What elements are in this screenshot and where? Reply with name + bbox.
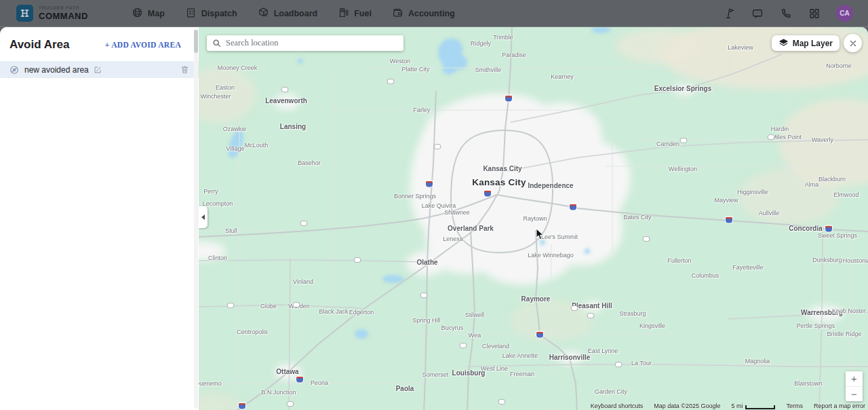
route-shield-icon — [643, 236, 650, 242]
phone-icon[interactable] — [779, 7, 793, 20]
map-globe-icon — [132, 7, 143, 20]
route-shield-icon — [498, 399, 506, 405]
main-nav: Map Dispatch Loadboard Fuel Accounting — [132, 7, 455, 20]
avoid-area-name: new avoided area — [24, 65, 89, 75]
dispatch-clipboard-icon — [185, 7, 197, 20]
route-shield-icon — [615, 362, 623, 367]
route-shield-icon — [434, 144, 441, 149]
accounting-wallet-icon — [392, 7, 403, 20]
route-shield-icon — [227, 303, 235, 308]
nav-label: Map — [148, 9, 165, 18]
edit-icon[interactable] — [94, 66, 102, 74]
interstate-shield-icon — [296, 377, 303, 383]
collapse-panel-button[interactable] — [199, 206, 208, 228]
map-roads — [199, 27, 868, 410]
interstate-shield-icon — [484, 191, 491, 197]
flag-icon[interactable] — [722, 7, 736, 20]
trucker-path-logo-icon — [16, 5, 33, 22]
zoom-control: + − — [846, 371, 863, 401]
zoom-in-button[interactable]: + — [846, 371, 863, 387]
interstate-shield-icon — [426, 181, 433, 187]
zoom-out-button[interactable]: − — [846, 387, 863, 402]
panel-scrollbar[interactable] — [194, 29, 198, 409]
avoid-area-icon — [9, 65, 19, 75]
map-layer-button[interactable]: Map Layer — [772, 35, 840, 51]
route-shield-icon — [768, 134, 775, 140]
apps-grid-icon[interactable] — [808, 7, 821, 20]
map-canvas[interactable]: Mooney CreekEastonWinchesterLeavenworthL… — [199, 27, 868, 410]
brand-name-bottom: COMMAND — [39, 12, 88, 20]
scale-label: 5 mi — [731, 403, 743, 409]
nav-label: Loadboard — [274, 9, 318, 18]
map-data-copyright: Map data ©2025 Google — [654, 403, 720, 409]
route-shield-icon — [571, 305, 578, 311]
route-shield-icon — [587, 313, 595, 318]
report-map-error-link[interactable]: Report a map error — [814, 403, 865, 409]
route-shield-icon — [287, 401, 294, 407]
keyboard-shortcuts-link[interactable]: Keyboard shortcuts — [591, 403, 644, 409]
nav-item-dispatch[interactable]: Dispatch — [185, 7, 237, 20]
interstate-shield-icon — [505, 96, 512, 102]
top-navigation-bar: TRUCKER PATH COMMAND Map Dispatch Loadbo… — [0, 0, 868, 27]
nav-item-loadboard[interactable]: Loadboard — [258, 7, 318, 20]
page-title: Avoid Area — [9, 38, 70, 52]
trash-icon[interactable] — [180, 65, 189, 74]
avoid-area-list-item[interactable]: new avoided area — [0, 61, 199, 78]
avoid-area-modal: Avoid Area + ADD AVOID AREA new avoided … — [0, 27, 868, 410]
user-avatar[interactable]: CA — [836, 5, 853, 22]
route-shield-icon — [420, 293, 428, 298]
layers-icon — [778, 38, 789, 48]
nav-item-map[interactable]: Map — [132, 7, 165, 20]
brand-logo: TRUCKER PATH COMMAND — [16, 5, 88, 22]
route-shield-icon — [281, 87, 289, 92]
avoid-area-panel: Avoid Area + ADD AVOID AREA new avoided … — [0, 27, 199, 410]
brand-name-top: TRUCKER PATH — [39, 6, 88, 11]
route-shield-icon — [300, 221, 308, 226]
route-shield-icon — [354, 257, 361, 263]
scale-bar — [745, 405, 775, 409]
nav-label: Accounting — [408, 9, 455, 18]
interstate-shield-icon — [570, 204, 576, 210]
interstate-shield-icon — [825, 226, 832, 232]
add-avoid-area-button[interactable]: + ADD AVOID AREA — [105, 41, 181, 49]
fuel-pump-icon — [338, 7, 349, 20]
location-search — [207, 35, 403, 51]
map-city-label-kansas-city: Kansas City — [472, 177, 526, 187]
map-attribution: Keyboard shortcuts Map data ©2025 Google… — [591, 401, 865, 410]
chat-icon[interactable] — [751, 7, 764, 20]
close-icon[interactable] — [844, 34, 862, 52]
nav-item-fuel[interactable]: Fuel — [338, 7, 372, 20]
terms-link[interactable]: Terms — [786, 403, 803, 409]
route-shield-icon — [293, 302, 300, 308]
nav-item-accounting[interactable]: Accounting — [392, 7, 455, 20]
nav-label: Dispatch — [201, 9, 237, 18]
interstate-shield-icon — [726, 217, 732, 223]
loadboard-box-icon — [258, 7, 269, 20]
interstate-shield-icon — [536, 332, 543, 338]
search-input[interactable] — [226, 38, 398, 48]
map-scale: 5 mi — [731, 403, 775, 409]
route-shield-icon — [460, 343, 467, 348]
chevron-left-icon — [201, 215, 205, 220]
map-layer-label: Map Layer — [793, 39, 833, 48]
search-icon — [212, 39, 221, 48]
nav-label: Fuel — [354, 9, 372, 18]
route-shield-icon — [387, 79, 395, 84]
interstate-shield-icon — [239, 403, 245, 409]
route-shield-icon — [680, 138, 688, 143]
